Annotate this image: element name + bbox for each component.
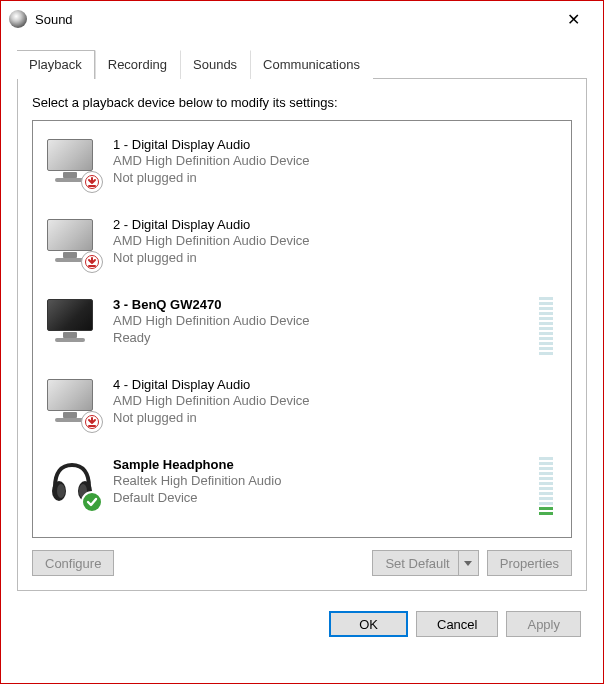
device-text: 4 - Digital Display Audio AMD High Defin… [113,373,559,425]
device-desc: AMD High Definition Audio Device [113,152,559,170]
device-text: 3 - BenQ GW2470 AMD High Definition Audi… [113,293,527,345]
device-item[interactable]: 1 - Digital Display Audio AMD High Defin… [37,127,567,207]
tab-sounds[interactable]: Sounds [180,50,250,79]
device-item[interactable]: 3 - BenQ GW2470 AMD High Definition Audi… [37,287,567,367]
ok-button[interactable]: OK [329,611,408,637]
titlebar: Sound ✕ [1,1,603,37]
unplugged-badge-icon [81,411,103,433]
device-item[interactable]: Sample Headphone Realtek High Definition… [37,447,567,527]
monitor-dark-icon [45,295,101,351]
monitor-light-icon [45,135,101,191]
device-status: Not plugged in [113,410,559,425]
device-desc: Realtek High Definition Audio [113,472,527,490]
close-button[interactable]: ✕ [551,4,595,34]
cancel-button[interactable]: Cancel [416,611,498,637]
device-name: Sample Headphone [113,457,527,472]
tab-playback[interactable]: Playback [17,50,95,79]
apply-button[interactable]: Apply [506,611,581,637]
properties-button[interactable]: Properties [487,550,572,576]
device-status: Ready [113,330,527,345]
device-name: 3 - BenQ GW2470 [113,297,527,312]
instruction-text: Select a playback device below to modify… [32,95,572,110]
monitor-light-icon [45,215,101,271]
set-default-button[interactable]: Set Default [372,550,478,576]
unplugged-badge-icon [81,171,103,193]
device-status: Not plugged in [113,170,559,185]
sound-icon [9,10,27,28]
device-text: 2 - Digital Display Audio AMD High Defin… [113,213,559,265]
device-name: 1 - Digital Display Audio [113,137,559,152]
tab-recording[interactable]: Recording [95,50,180,79]
window-title: Sound [35,12,73,27]
device-text: Sample Headphone Realtek High Definition… [113,453,527,505]
dialog-content: PlaybackRecordingSoundsCommunications Se… [1,37,603,601]
device-name: 4 - Digital Display Audio [113,377,559,392]
panel-buttons: Configure Set Default Properties [32,550,572,576]
configure-button[interactable]: Configure [32,550,114,576]
device-text: 1 - Digital Display Audio AMD High Defin… [113,133,559,185]
device-name: 2 - Digital Display Audio [113,217,559,232]
unplugged-badge-icon [81,251,103,273]
device-item[interactable]: 2 - Digital Display Audio AMD High Defin… [37,207,567,287]
svg-point-5 [57,484,65,498]
monitor-light-icon [45,375,101,431]
tab-playback-panel: Select a playback device below to modify… [17,79,587,591]
level-meter [539,297,553,355]
default-badge-icon [81,491,103,513]
chevron-down-icon[interactable] [458,551,478,575]
device-desc: AMD High Definition Audio Device [113,232,559,250]
headphones-icon [45,455,101,511]
device-item[interactable]: 4 - Digital Display Audio AMD High Defin… [37,367,567,447]
device-status: Not plugged in [113,250,559,265]
tab-communications[interactable]: Communications [250,50,373,79]
level-meter [539,457,553,515]
device-list[interactable]: 1 - Digital Display Audio AMD High Defin… [32,120,572,538]
tab-strip: PlaybackRecordingSoundsCommunications [17,49,587,79]
device-desc: AMD High Definition Audio Device [113,392,559,410]
device-desc: AMD High Definition Audio Device [113,312,527,330]
set-default-label: Set Default [385,556,449,571]
dialog-footer: OK Cancel Apply [1,601,603,651]
device-status: Default Device [113,490,527,505]
